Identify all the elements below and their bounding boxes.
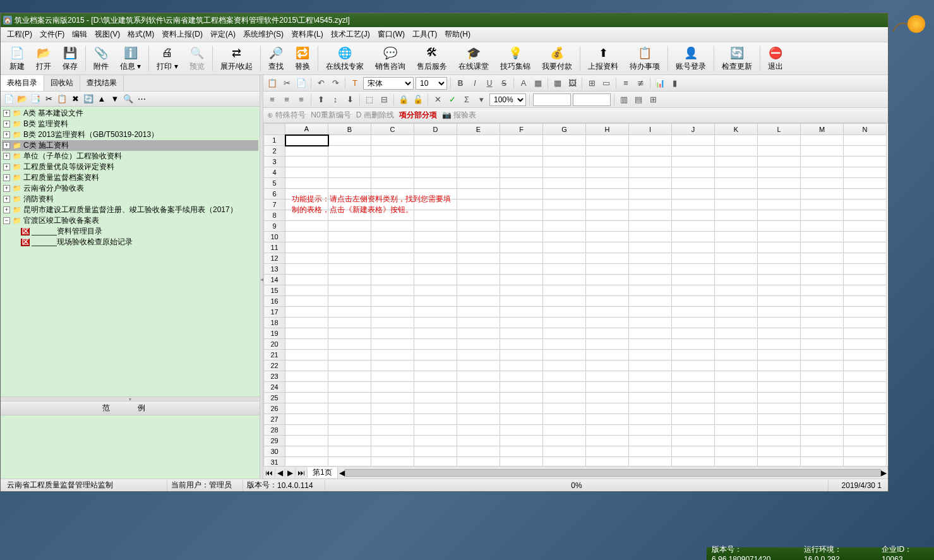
cell-E29[interactable] [457,436,500,446]
cell-E14[interactable] [457,275,500,285]
menu-item-0[interactable]: 工程(P) [3,28,36,41]
cell-C24[interactable] [371,382,414,393]
cell-I29[interactable] [629,436,672,446]
cell-A26[interactable] [285,403,328,414]
cell-B14[interactable] [328,275,371,285]
cell-E30[interactable] [457,446,500,457]
cell-L8[interactable] [758,210,801,221]
cell-E8[interactable] [457,210,500,221]
tree-more-icon[interactable]: ⋯ [136,93,147,105]
cell-B30[interactable] [328,446,371,457]
cell-H30[interactable] [586,446,629,457]
menu-item-2[interactable]: 编辑 [68,28,91,41]
menu-item-5[interactable]: 资料上报(D) [158,28,207,41]
cell-L16[interactable] [758,296,801,307]
valign-mid-icon[interactable]: ↕ [329,93,342,106]
cell-D11[interactable] [414,242,457,253]
cell-A4[interactable] [285,167,328,178]
toolbar-替换[interactable]: 🔁替换 [290,44,315,74]
cell-H17[interactable] [586,307,629,318]
strike-icon[interactable]: S̶ [498,77,510,90]
cell-E7[interactable] [457,200,500,210]
cell-G19[interactable] [543,328,586,339]
left-tab-1[interactable]: 回收站 [44,75,80,91]
cell-B11[interactable] [328,242,371,253]
row-13[interactable]: 13 [264,264,285,275]
cell-N23[interactable] [844,371,887,382]
cell-E21[interactable] [457,350,500,360]
cell-N22[interactable] [844,360,887,371]
cell-I11[interactable] [629,242,672,253]
cell-J25[interactable] [672,393,715,403]
cell-I15[interactable] [629,285,672,296]
cell-C3[interactable] [371,157,414,167]
cell-L3[interactable] [758,157,801,167]
cell-L31[interactable] [758,457,801,467]
cell-B20[interactable] [328,339,371,350]
cell-J27[interactable] [672,414,715,425]
toolbar-查找[interactable]: 🔎查找 [263,44,289,74]
row-5[interactable]: 5 [264,178,285,189]
cell-N11[interactable] [844,242,887,253]
check-icon[interactable]: ✓ [446,93,458,106]
cell-C13[interactable] [371,264,414,275]
cell-D27[interactable] [414,414,457,425]
cell-N7[interactable] [844,200,887,210]
cell-D15[interactable] [414,285,457,296]
cell-D2[interactable] [414,146,457,157]
expand-icon[interactable]: + [3,164,10,170]
cell-K3[interactable] [715,157,758,167]
cell-K28[interactable] [715,425,758,436]
cell-E24[interactable] [457,382,500,393]
toolbar-我要付款[interactable]: 💰我要付款 [537,44,577,74]
insert-col-icon[interactable]: ▥ [618,93,630,106]
menu-item-12[interactable]: 帮助(H) [441,28,474,41]
cell-H20[interactable] [586,339,629,350]
cell-E22[interactable] [457,360,500,371]
cell-B19[interactable] [328,328,371,339]
col-D[interactable]: D [414,124,457,135]
cell-I3[interactable] [629,157,672,167]
cell-G18[interactable] [543,318,586,328]
cell-A15[interactable] [285,285,328,296]
cell-M1[interactable] [801,135,844,146]
cell-C11[interactable] [371,242,414,253]
cell-M26[interactable] [801,403,844,414]
cell-K8[interactable] [715,210,758,221]
cell-I30[interactable] [629,446,672,457]
cell-G20[interactable] [543,339,586,350]
cell-H29[interactable] [586,436,629,446]
cell-M31[interactable] [801,457,844,467]
cell-C8[interactable] [371,210,414,221]
col-N[interactable]: N [844,124,887,135]
cell-H1[interactable] [586,135,629,146]
cell-N30[interactable] [844,446,887,457]
cell-I7[interactable] [629,200,672,210]
cell-L13[interactable] [758,264,801,275]
cell-N1[interactable] [844,135,887,146]
cell-G7[interactable] [543,200,586,210]
cell-C28[interactable] [371,425,414,436]
cell-D20[interactable] [414,339,457,350]
cell-L27[interactable] [758,414,801,425]
menu-item-6[interactable]: 评定(A) [207,28,239,41]
row-29[interactable]: 29 [264,436,285,446]
row-14[interactable]: 14 [264,275,285,285]
cell-E18[interactable] [457,318,500,328]
tree-item-1[interactable]: +📁B类 监理资料 [2,119,258,129]
cell-F19[interactable] [500,328,543,339]
cell-I14[interactable] [629,275,672,285]
sheet-first-icon[interactable]: ⏮ [263,468,275,477]
cell-F29[interactable] [500,436,543,446]
cell-K23[interactable] [715,371,758,382]
cell-I12[interactable] [629,253,672,264]
row-26[interactable]: 26 [264,403,285,414]
cell-C9[interactable] [371,221,414,232]
cell-H11[interactable] [586,242,629,253]
cell-B25[interactable] [328,393,371,403]
cell-B16[interactable] [328,296,371,307]
cell-K15[interactable] [715,285,758,296]
tree-new-icon[interactable]: 📄 [3,93,15,105]
cell-N13[interactable] [844,264,887,275]
cell-G8[interactable] [543,210,586,221]
